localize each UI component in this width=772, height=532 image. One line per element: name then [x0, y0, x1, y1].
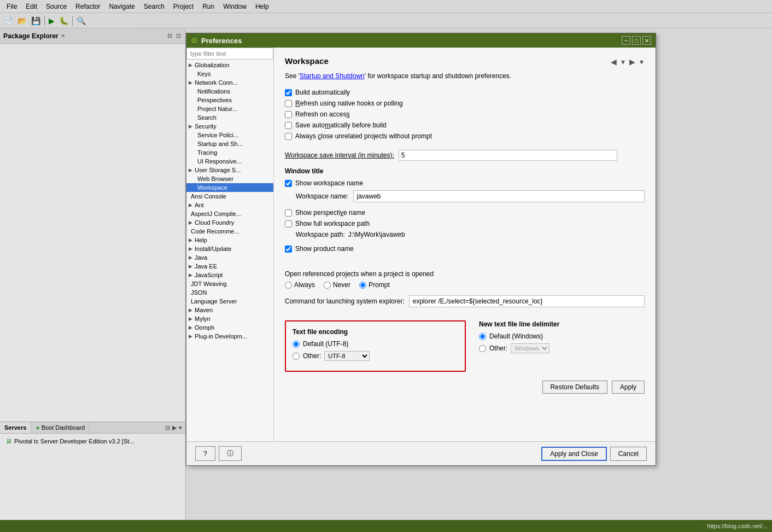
- radio-always[interactable]: [285, 282, 292, 289]
- toolbar-debug[interactable]: 🐛: [57, 15, 70, 26]
- help-btn[interactable]: ?: [195, 446, 215, 461]
- nav-forward-btn[interactable]: ▶: [628, 56, 636, 67]
- toolbar-run[interactable]: ▶: [47, 15, 56, 26]
- menu-window[interactable]: Window: [219, 2, 251, 11]
- show-perspective-checkbox[interactable]: [285, 209, 292, 217]
- bottom-maximize-btn[interactable]: ▶: [171, 424, 178, 432]
- show-workspace-name-checkbox[interactable]: [285, 180, 292, 187]
- show-product-name-checkbox[interactable]: [285, 245, 292, 253]
- tree-item-aspectj[interactable]: AspectJ Compile...: [186, 209, 273, 218]
- save-interval-input[interactable]: [399, 150, 617, 161]
- cancel-btn[interactable]: Cancel: [610, 447, 647, 461]
- tree-item-network[interactable]: ▶ Network Conn...: [186, 78, 273, 87]
- tree-item-oomph[interactable]: ▶ Oomph: [186, 323, 273, 332]
- tree-item-ui-responsive[interactable]: UI Responsive...: [186, 157, 273, 166]
- tree-item-language-server[interactable]: Language Server: [186, 297, 273, 306]
- restore-defaults-btn[interactable]: Restore Defaults: [542, 381, 607, 394]
- workspace-name-label: Workspace name:: [296, 192, 349, 200]
- encoding-other-select[interactable]: UTF-8 UTF-16 ISO-8859-1: [324, 351, 370, 361]
- newline-other-radio[interactable]: [479, 345, 486, 352]
- tree-item-globalization[interactable]: ▶ Globalization: [186, 61, 273, 69]
- bottom-menu-btn[interactable]: ▾: [178, 424, 183, 432]
- filter-input[interactable]: [186, 48, 273, 60]
- tree-item-notifications[interactable]: Notifications: [186, 87, 273, 96]
- toolbar-search[interactable]: 🔍: [75, 15, 87, 26]
- encoding-other-radio[interactable]: [293, 353, 300, 360]
- tree-item-ansi-console[interactable]: Ansi Console: [186, 192, 273, 201]
- tree-item-plugin-dev[interactable]: ▶ Plug-in Developm...: [186, 332, 273, 341]
- menu-navigate[interactable]: Navigate: [104, 2, 139, 11]
- minimize-panel-btn[interactable]: ⊟: [166, 32, 173, 40]
- menu-run[interactable]: Run: [198, 2, 219, 11]
- server-item[interactable]: 🖥 Pivotal tc Server Developer Edition v3…: [2, 436, 183, 447]
- tree-item-mylyn[interactable]: ▶ Mylyn: [186, 314, 273, 323]
- tree-item-security[interactable]: ▶ Security: [186, 122, 273, 131]
- startup-shutdown-link[interactable]: Startup and Shutdown: [300, 72, 365, 80]
- preferences-dialog[interactable]: ⚙ Preferences ─ □ ✕ ▶ Globalization: [186, 33, 656, 466]
- nav-back-btn[interactable]: ◀: [610, 56, 618, 67]
- menu-source[interactable]: Source: [42, 2, 71, 11]
- workspace-name-input[interactable]: [353, 190, 645, 202]
- radio-never[interactable]: [324, 282, 331, 289]
- tree-item-user-storage[interactable]: ▶ User Storage S...: [186, 166, 273, 174]
- tree-item-code-recommenders[interactable]: Code Recomme...: [186, 227, 273, 236]
- tree-item-javascript[interactable]: ▶ JavaScript: [186, 271, 273, 279]
- toolbar-save[interactable]: 💾: [30, 15, 42, 26]
- nav-dropdown-btn[interactable]: ▾: [620, 56, 626, 67]
- toolbar-open[interactable]: 📂: [16, 15, 28, 26]
- menu-edit[interactable]: Edit: [21, 2, 42, 11]
- tree-item-perspectives[interactable]: Perspectives: [186, 96, 273, 104]
- encoding-default-radio[interactable]: [293, 341, 300, 348]
- refresh-native-checkbox[interactable]: [285, 100, 292, 107]
- refresh-access-checkbox[interactable]: [285, 111, 292, 118]
- menu-project[interactable]: Project: [169, 2, 198, 11]
- tree-item-keys[interactable]: Keys: [186, 69, 273, 78]
- tree-item-cloud-foundry[interactable]: ▶ Cloud Foundry: [186, 218, 273, 227]
- section-title: Workspace: [285, 56, 329, 66]
- tab-servers[interactable]: Servers: [0, 422, 31, 433]
- show-workspace-name-label: Show workspace name: [295, 179, 363, 187]
- tree-item-java[interactable]: ▶ Java: [186, 253, 273, 262]
- dialog-minimize-btn[interactable]: ─: [622, 36, 630, 45]
- tree-item-tracing[interactable]: Tracing: [186, 148, 273, 157]
- dialog-maximize-btn[interactable]: □: [632, 36, 641, 45]
- bottom-minimize-btn[interactable]: ⊟: [164, 424, 171, 432]
- maximize-panel-btn[interactable]: ⊡: [175, 32, 182, 40]
- tree-item-ant[interactable]: ▶ Ant: [186, 201, 273, 209]
- tree-item-java-ee[interactable]: ▶ Java EE: [186, 262, 273, 271]
- tab-boot-dashboard[interactable]: ● Boot Dashboard: [31, 422, 90, 433]
- tree-item-service-policies[interactable]: Service Polici...: [186, 131, 273, 139]
- command-input[interactable]: [409, 295, 645, 307]
- newline-default-radio[interactable]: [479, 333, 486, 340]
- apply-close-btn[interactable]: Apply and Close: [541, 447, 606, 461]
- two-col-section: Text file encoding Default (UTF-8) Other…: [285, 320, 645, 372]
- info-btn[interactable]: ⓘ: [219, 446, 242, 461]
- apply-btn[interactable]: Apply: [612, 381, 645, 394]
- line-delimiter-header: New text file line delimiter: [479, 320, 645, 328]
- tree-item-project-natures[interactable]: Project Natur...: [186, 104, 273, 113]
- menu-search[interactable]: Search: [139, 2, 169, 11]
- build-auto-checkbox[interactable]: [285, 89, 292, 96]
- package-explorer-close[interactable]: ✕: [61, 33, 65, 39]
- tree-item-search[interactable]: Search: [186, 113, 273, 122]
- tree-arrow-network: ▶: [189, 80, 192, 85]
- tree-item-workspace[interactable]: Workspace: [186, 183, 273, 192]
- tree-item-web-browser[interactable]: Web Browser: [186, 174, 273, 183]
- show-full-path-checkbox[interactable]: [285, 220, 292, 227]
- save-before-build-checkbox[interactable]: [285, 122, 292, 129]
- menu-help[interactable]: Help: [251, 2, 273, 11]
- newline-other-select[interactable]: Windows Unix Mac: [511, 343, 549, 353]
- toolbar-new[interactable]: 📄: [2, 15, 15, 26]
- tree-item-startup[interactable]: Startup and Sh...: [186, 139, 273, 148]
- radio-prompt[interactable]: [359, 282, 366, 289]
- nav-menu-btn[interactable]: ▾: [639, 56, 645, 67]
- tree-item-help[interactable]: ▶ Help: [186, 236, 273, 244]
- always-close-checkbox[interactable]: [285, 133, 292, 140]
- menu-file[interactable]: File: [2, 2, 21, 11]
- tree-item-jdt-weaving[interactable]: JDT Weaving: [186, 279, 273, 288]
- tree-item-json[interactable]: JSON: [186, 288, 273, 297]
- dialog-close-btn[interactable]: ✕: [642, 36, 651, 45]
- tree-item-install-update[interactable]: ▶ Install/Update: [186, 244, 273, 253]
- tree-item-maven[interactable]: ▶ Maven: [186, 306, 273, 314]
- menu-refactor[interactable]: Refactor: [71, 2, 104, 11]
